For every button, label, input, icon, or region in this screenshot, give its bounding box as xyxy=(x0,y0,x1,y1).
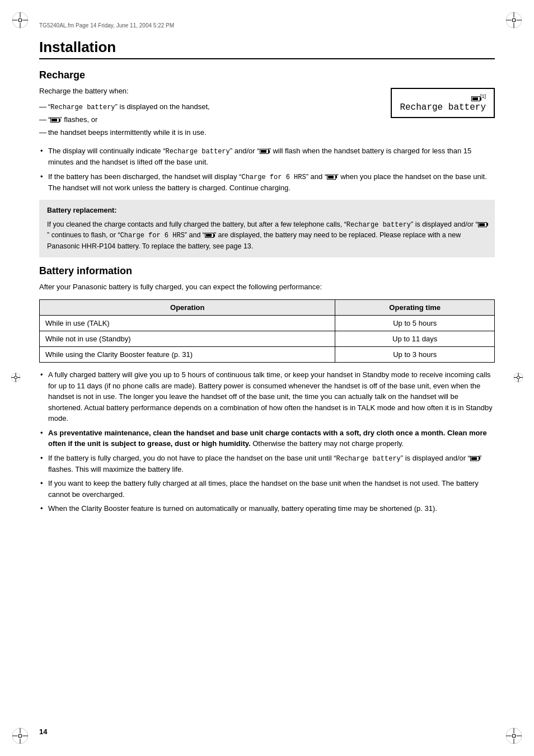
table-cell-op-3: While using the Clarity Booster feature … xyxy=(40,347,335,363)
mono-bi-rb: Recharge battery xyxy=(336,455,401,463)
svg-point-7 xyxy=(512,18,516,22)
recharge-title: Recharge xyxy=(39,69,495,81)
svg-point-31 xyxy=(517,376,520,379)
battery-icon-b1 xyxy=(260,149,269,154)
recharge-top: Recharge the battery when: “Recharge bat… xyxy=(39,86,495,140)
table-cell-op-2: While not in use (Standby) xyxy=(40,331,335,347)
svg-point-1 xyxy=(18,18,22,22)
recharge-display-box: [1] Recharge battery xyxy=(391,88,495,118)
battery-icon-bi3 xyxy=(470,456,479,461)
page: TG5240AL.fm Page 14 Friday, June 11, 200… xyxy=(0,0,534,756)
recharge-bullet-2: If the battery has been discharged, the … xyxy=(39,171,495,194)
table-header-row: Operation Operating time xyxy=(40,300,495,316)
table-cell-time-1: Up to 5 hours xyxy=(335,316,495,331)
side-mark-left xyxy=(10,372,21,384)
battery-info-intro: After your Panasonic battery is fully ch… xyxy=(39,281,495,293)
mono-note-c6: Charge for 6 HRS xyxy=(120,232,185,240)
side-mark-right xyxy=(513,372,524,384)
dash-item-3: the handset beeps intermittently while i… xyxy=(39,127,380,138)
recharge-display-text: Recharge battery xyxy=(400,102,486,112)
corner-mark-tl xyxy=(10,10,30,30)
dash-item-2: “” flashes, or xyxy=(39,114,380,125)
table-row: While not in use (Standby) Up to 11 days xyxy=(40,331,495,347)
table-row: While using the Clarity Booster feature … xyxy=(40,347,495,363)
battery-info-section: Battery information After your Panasonic… xyxy=(39,265,495,514)
battery-info-title: Battery information xyxy=(39,265,495,277)
bi-bullet-3: If the battery is fully charged, you do … xyxy=(39,453,495,475)
battery-icon-dash2 xyxy=(50,118,59,123)
corner-mark-br xyxy=(504,726,524,746)
recharge-display-top: [1] xyxy=(400,93,486,101)
page-number: 14 xyxy=(39,727,47,736)
table-cell-time-2: Up to 11 days xyxy=(335,331,495,347)
recharge-left: Recharge the battery when: “Recharge bat… xyxy=(39,86,380,140)
corner-mark-tr xyxy=(504,10,524,30)
battery-table: Operation Operating time While in use (T… xyxy=(39,299,495,363)
battery-replacement-note: Battery replacement: If you cleaned the … xyxy=(39,200,495,257)
mono-recharge-battery-1: Recharge battery xyxy=(50,104,115,111)
table-cell-op-1: While in use (TALK) xyxy=(40,316,335,331)
table-row: While in use (TALK) Up to 5 hours xyxy=(40,316,495,331)
table-col-operation: Operation xyxy=(40,300,335,316)
note-title: Battery replacement: xyxy=(47,205,487,216)
table-col-time: Operating time xyxy=(335,300,495,316)
bi-bullet-4: If you want to keep the battery fully ch… xyxy=(39,478,495,500)
section-title: Installation xyxy=(39,39,495,59)
recharge-bullet-1: The display will continually indicate “R… xyxy=(39,145,495,168)
recharge-intro: Recharge the battery when: xyxy=(39,86,380,97)
mono-rb-2: Recharge battery xyxy=(166,148,230,156)
bi-bullet-1: A fully charged battery will give you up… xyxy=(39,369,495,424)
mono-charge6: Charge for 6 HRS xyxy=(241,173,306,181)
svg-point-25 xyxy=(15,376,17,379)
mono-note-rb: Recharge battery xyxy=(346,221,411,229)
content-area: Installation Recharge Recharge the batte… xyxy=(39,39,495,514)
battery-icon-note1 xyxy=(478,222,487,227)
svg-point-19 xyxy=(512,734,516,738)
battery-icon-note2 xyxy=(205,233,214,238)
bi-bullet-2: As preventative maintenance, clean the h… xyxy=(39,428,495,449)
note-text: If you cleaned the charge contacts and f… xyxy=(47,220,487,250)
svg-point-13 xyxy=(18,734,22,738)
dash-item-1: “Recharge battery” is displayed on the h… xyxy=(39,101,380,112)
recharge-bullets: The display will continually indicate “R… xyxy=(39,145,495,193)
table-cell-time-3: Up to 3 hours xyxy=(335,347,495,363)
recharge-dash-list: “Recharge battery” is displayed on the h… xyxy=(39,101,380,138)
header-meta: TG5240AL.fm Page 14 Friday, June 11, 200… xyxy=(39,22,500,29)
recharge-section: Recharge Recharge the battery when: “Rec… xyxy=(39,69,495,257)
corner-mark-bl xyxy=(10,726,30,746)
battery-info-bullets: A fully charged battery will give you up… xyxy=(39,369,495,514)
battery-icon-b2 xyxy=(327,175,336,180)
battery-icon-display xyxy=(471,96,480,101)
bi-bullet-5: When the Clarity Booster feature is turn… xyxy=(39,503,495,514)
bi-bullet-2-bold: As preventative maintenance, clean the h… xyxy=(48,429,487,448)
